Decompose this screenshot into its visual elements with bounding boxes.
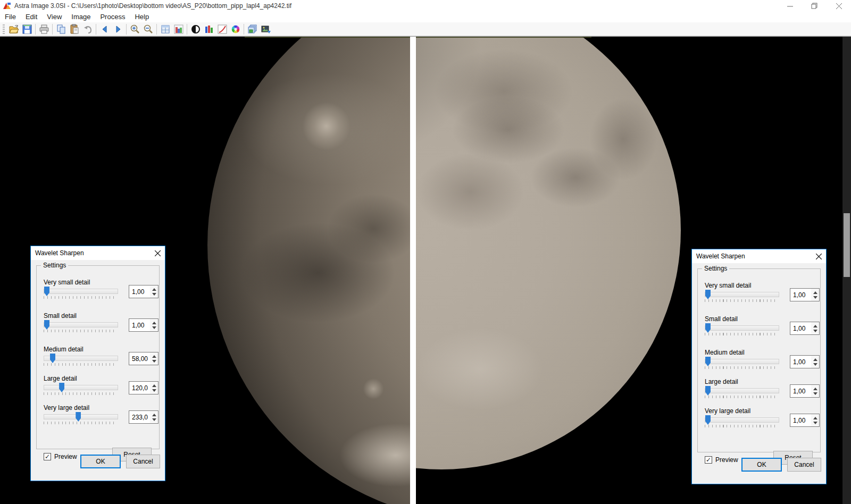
slider-thumb[interactable] <box>76 412 81 422</box>
spin-up-icon[interactable] <box>813 358 817 361</box>
value-spinner[interactable]: 1,00 <box>129 285 158 298</box>
export-button[interactable] <box>259 23 272 35</box>
slider-thumb[interactable] <box>705 290 711 299</box>
image-info-button[interactable] <box>158 23 172 35</box>
menu-process[interactable]: Process <box>95 12 130 22</box>
print-button[interactable] <box>37 23 51 35</box>
spin-up-icon[interactable] <box>813 417 817 419</box>
spinner-value[interactable]: 1,00 <box>790 417 811 424</box>
slider-track[interactable] <box>44 322 118 327</box>
spin-down-icon[interactable] <box>813 422 817 424</box>
preview-checkbox[interactable]: ✓ <box>705 456 712 464</box>
value-spinner[interactable]: 1,00 <box>790 414 820 427</box>
slider-track[interactable] <box>705 292 779 297</box>
spin-up-icon[interactable] <box>152 384 156 387</box>
spin-down-icon[interactable] <box>813 330 817 332</box>
value-spinner[interactable]: 1,00 <box>129 318 158 332</box>
levels-button[interactable] <box>202 23 215 35</box>
dialog-close-button[interactable] <box>814 252 823 261</box>
menu-image[interactable]: Image <box>66 12 95 22</box>
slider-thumb[interactable] <box>44 287 49 296</box>
spin-up-icon[interactable] <box>152 414 156 416</box>
save-button[interactable] <box>20 23 34 35</box>
spinner-value[interactable]: 1,00 <box>790 291 811 299</box>
check-icon: ✓ <box>45 453 50 460</box>
value-spinner[interactable]: 58,00 <box>129 352 158 365</box>
spin-up-icon[interactable] <box>813 388 817 390</box>
spinner-value[interactable]: 1,00 <box>790 388 811 395</box>
slider-thumb[interactable] <box>705 386 711 396</box>
next-button[interactable] <box>111 23 124 35</box>
paste-button[interactable] <box>68 23 81 35</box>
slider-thumb[interactable] <box>50 354 55 363</box>
slider-track[interactable] <box>44 289 118 294</box>
slider-track[interactable] <box>705 388 779 393</box>
menu-file[interactable]: File <box>0 12 21 22</box>
slider-track[interactable] <box>705 359 779 364</box>
slider-thumb[interactable] <box>59 383 64 392</box>
spinner-value[interactable]: 1,00 <box>790 325 811 332</box>
spin-down-icon[interactable] <box>152 418 156 421</box>
cancel-button[interactable]: Cancel <box>126 455 160 468</box>
spin-up-icon[interactable] <box>813 325 817 327</box>
previous-button[interactable] <box>98 23 111 35</box>
slider-thumb[interactable] <box>705 415 711 425</box>
zoom-out-button[interactable] <box>141 23 155 35</box>
spin-up-icon[interactable] <box>152 322 156 324</box>
slider-thumb[interactable] <box>44 320 49 330</box>
spinner-value[interactable]: 120,0 <box>129 384 150 392</box>
zoom-in-button[interactable] <box>128 23 141 35</box>
spinner-value[interactable]: 233,0 <box>129 414 150 421</box>
spin-down-icon[interactable] <box>152 293 156 296</box>
minimize-button[interactable] <box>778 0 802 12</box>
duplicate-button[interactable] <box>246 23 259 35</box>
spin-down-icon[interactable] <box>813 363 817 366</box>
preview-checkbox[interactable]: ✓ <box>44 453 51 460</box>
ok-button[interactable]: OK <box>80 455 121 468</box>
color-wheel-button[interactable] <box>229 23 242 35</box>
spin-down-icon[interactable] <box>152 326 156 329</box>
close-button[interactable] <box>827 0 851 12</box>
slider-track[interactable] <box>44 385 118 390</box>
slider-thumb[interactable] <box>705 357 711 366</box>
slider-track[interactable] <box>705 325 779 331</box>
spin-down-icon[interactable] <box>813 392 817 395</box>
spinner-value[interactable]: 1,00 <box>790 358 811 366</box>
toolbar-grip[interactable] <box>3 24 5 34</box>
spin-down-icon[interactable] <box>813 296 817 299</box>
slider-track[interactable] <box>44 414 118 419</box>
spinner-value[interactable]: 58,00 <box>129 355 150 363</box>
cancel-button[interactable]: Cancel <box>787 458 821 472</box>
curves-button[interactable] <box>215 23 229 35</box>
histogram-button[interactable] <box>172 23 185 35</box>
spin-up-icon[interactable] <box>152 355 156 358</box>
undo-button[interactable] <box>81 23 94 35</box>
menu-help[interactable]: Help <box>130 12 154 22</box>
vertical-scrollbar[interactable] <box>842 37 851 504</box>
spin-down-icon[interactable] <box>152 389 156 392</box>
vertical-scrollbar-thumb[interactable] <box>844 213 850 277</box>
spin-up-icon[interactable] <box>152 288 156 291</box>
dialog-close-button[interactable] <box>153 249 162 257</box>
slider-thumb[interactable] <box>705 323 711 333</box>
menu-edit[interactable]: Edit <box>21 12 42 22</box>
value-spinner[interactable]: 233,0 <box>129 410 158 424</box>
value-spinner[interactable]: 1,00 <box>790 384 820 398</box>
restore-button[interactable] <box>802 0 827 12</box>
slider-track[interactable] <box>705 417 779 423</box>
slider-track[interactable] <box>44 356 118 361</box>
copy-button[interactable] <box>54 23 68 35</box>
spinner-value[interactable]: 1,00 <box>129 288 150 296</box>
value-spinner[interactable]: 1,00 <box>790 288 820 301</box>
preview-label: Preview <box>715 456 738 464</box>
spinner-value[interactable]: 1,00 <box>129 322 150 329</box>
open-button[interactable] <box>7 23 20 35</box>
ok-button[interactable]: OK <box>741 458 782 472</box>
value-spinner[interactable]: 1,00 <box>790 355 820 368</box>
spin-up-icon[interactable] <box>813 291 817 294</box>
value-spinner[interactable]: 120,0 <box>129 381 158 394</box>
menu-view[interactable]: View <box>42 12 66 22</box>
contrast-button[interactable] <box>189 23 202 35</box>
value-spinner[interactable]: 1,00 <box>790 322 820 335</box>
spin-down-icon[interactable] <box>152 360 156 363</box>
